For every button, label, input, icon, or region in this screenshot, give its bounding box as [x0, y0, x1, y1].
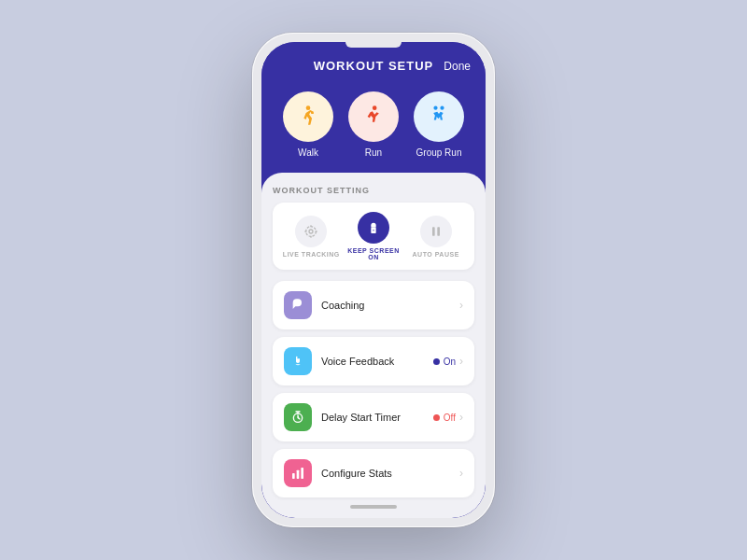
page-title: WORKOUT SETUP [314, 59, 434, 73]
group-run-label: Group Run [416, 147, 462, 158]
svg-rect-8 [432, 227, 435, 235]
voice-feedback-right: On › [433, 355, 463, 368]
svg-rect-13 [301, 468, 303, 479]
configure-stats-menu-item[interactable]: Configure Stats › [273, 449, 474, 497]
activity-group-run[interactable]: Group Run [414, 91, 464, 158]
coaching-right: › [459, 299, 463, 312]
voice-feedback-chevron: › [459, 355, 463, 368]
voice-feedback-dot [433, 358, 440, 365]
live-tracking-icon [295, 216, 327, 247]
delay-start-timer-menu-item[interactable]: Delay Start Timer Off › [273, 393, 474, 441]
svg-rect-11 [292, 473, 295, 479]
voice-feedback-label: Voice Feedback [321, 356, 433, 367]
activity-row: Walk Run [261, 84, 486, 173]
run-label: Run [365, 147, 382, 158]
svg-rect-12 [297, 470, 300, 479]
setting-card: LIVE TRACKING KEEP SCREEN ON [273, 203, 474, 270]
workout-setting-title: WORKOUT SETTING [273, 186, 474, 195]
group-run-icon [414, 91, 464, 142]
voice-feedback-icon-wrap [284, 347, 312, 375]
coaching-menu-item[interactable]: Coaching › [273, 281, 474, 329]
keep-screen-on-label: KEEP SCREEN ON [343, 247, 405, 260]
auto-pause-icon [420, 216, 452, 247]
phone-screen: WORKOUT SETUP Done Walk [261, 42, 486, 518]
svg-point-1 [373, 105, 377, 110]
voice-feedback-status: On [444, 357, 456, 367]
live-tracking-option[interactable]: LIVE TRACKING [280, 216, 343, 258]
delay-start-timer-right: Off › [433, 411, 463, 424]
voice-feedback-menu-item[interactable]: Voice Feedback On › [273, 337, 474, 385]
delay-start-timer-label: Delay Start Timer [321, 412, 433, 423]
run-icon [348, 91, 399, 142]
svg-point-0 [306, 105, 311, 110]
configure-stats-chevron: › [459, 467, 463, 480]
home-indicator [350, 505, 397, 509]
coaching-icon-wrap [284, 291, 312, 319]
configure-stats-right: › [459, 467, 463, 480]
activity-walk[interactable]: Walk [283, 91, 333, 158]
svg-point-3 [440, 106, 444, 110]
walk-label: Walk [298, 147, 318, 158]
delay-start-timer-status: Off [444, 413, 456, 423]
phone-frame: WORKOUT SETUP Done Walk [252, 33, 495, 527]
svg-rect-9 [437, 227, 440, 235]
auto-pause-option[interactable]: AUTO PAUSE [404, 216, 467, 258]
delay-start-timer-dot [433, 414, 440, 421]
svg-point-2 [433, 106, 437, 110]
activity-run[interactable]: Run [348, 91, 399, 158]
coaching-label: Coaching [321, 300, 459, 311]
keep-screen-on-icon [358, 212, 389, 244]
header: WORKOUT SETUP Done [261, 42, 486, 84]
auto-pause-label: AUTO PAUSE [413, 251, 459, 258]
delay-start-timer-icon-wrap [284, 403, 312, 431]
done-button[interactable]: Done [444, 60, 471, 73]
svg-point-4 [309, 230, 313, 233]
main-content: WORKOUT SETTING LIVE TRACKING [261, 173, 486, 518]
svg-point-7 [373, 230, 374, 231]
coaching-chevron: › [459, 299, 463, 312]
keep-screen-on-option[interactable]: KEEP SCREEN ON [343, 212, 405, 260]
delay-start-timer-chevron: › [459, 411, 463, 424]
live-tracking-label: LIVE TRACKING [283, 251, 340, 258]
svg-point-5 [306, 226, 317, 236]
configure-stats-label: Configure Stats [321, 468, 459, 479]
walk-icon [283, 91, 333, 142]
configure-stats-icon-wrap [284, 459, 312, 487]
